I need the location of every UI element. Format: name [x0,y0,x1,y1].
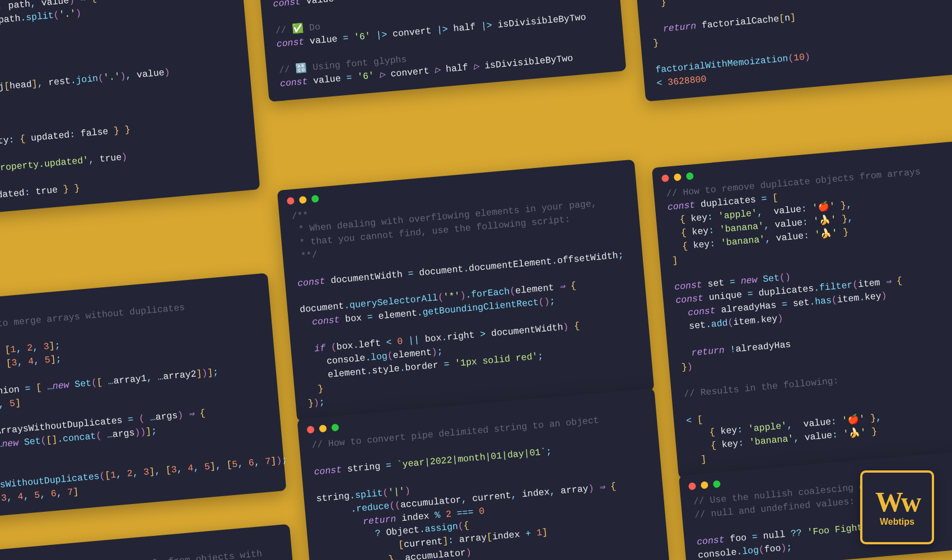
code-block: /** * When dealing with overflowing elem… [279,178,654,413]
close-icon[interactable] [661,174,669,182]
zoom-icon[interactable] [311,195,319,203]
zoom-icon[interactable] [331,423,339,431]
code-window-w3: // How to memoize factorial in JavaScrip… [631,0,952,101]
close-icon[interactable] [307,426,315,433]
code-window-w5: /** * When dealing with overflowing elem… [277,160,655,422]
zoom-icon[interactable] [713,480,721,488]
minimize-icon[interactable] [299,196,307,204]
code-block: // a Set to merge arrays without duplica… [0,291,286,512]
code-block: // following function to update nested p… [0,0,259,211]
close-icon[interactable] [688,482,696,490]
code-window-w1: // following function to update nested p… [0,0,260,218]
zoom-icon[interactable] [686,172,694,180]
code-window-w2: // Use the pipe operator to … // ❌ Inste… [256,0,626,102]
code-block: // How to remove duplicate objects from … [654,154,952,471]
code-window-w6: // How to remove duplicate objects from … [652,136,952,479]
logo-text: Webtips [880,517,914,527]
close-icon[interactable] [287,197,295,205]
code-block: // Use the pipe operator to … // ❌ Inste… [256,0,626,94]
minimize-icon[interactable] [319,424,327,432]
code-block: // How to memoize factorial in JavaScrip… [631,0,952,94]
code-window-w7: // Get nested properties error safe from… [0,524,295,560]
minimize-icon[interactable] [674,173,682,181]
code-window-w4: // a Set to merge arrays without duplica… [0,273,286,520]
webtips-logo: Ww Webtips [860,470,934,544]
logo-mark: Ww [875,488,919,516]
code-window-w8: // How to convert pipe delimited string … [297,388,669,560]
minimize-icon[interactable] [701,481,708,489]
